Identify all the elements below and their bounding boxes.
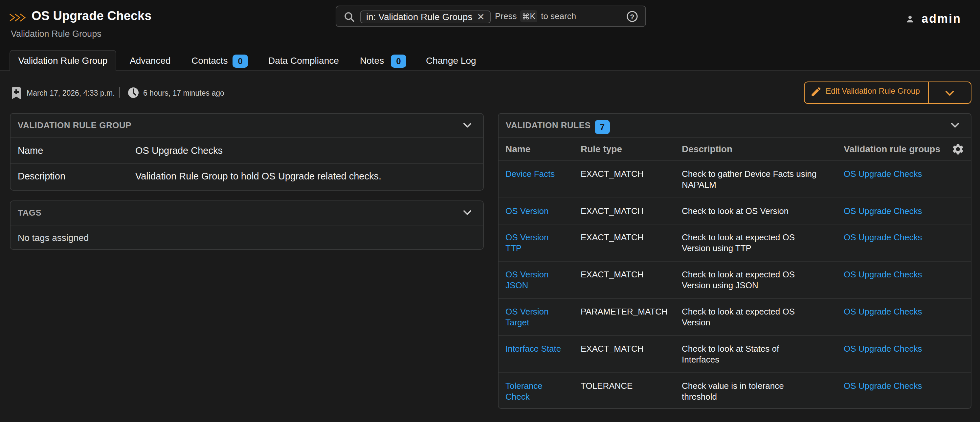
svg-text:?: ? — [630, 13, 634, 21]
